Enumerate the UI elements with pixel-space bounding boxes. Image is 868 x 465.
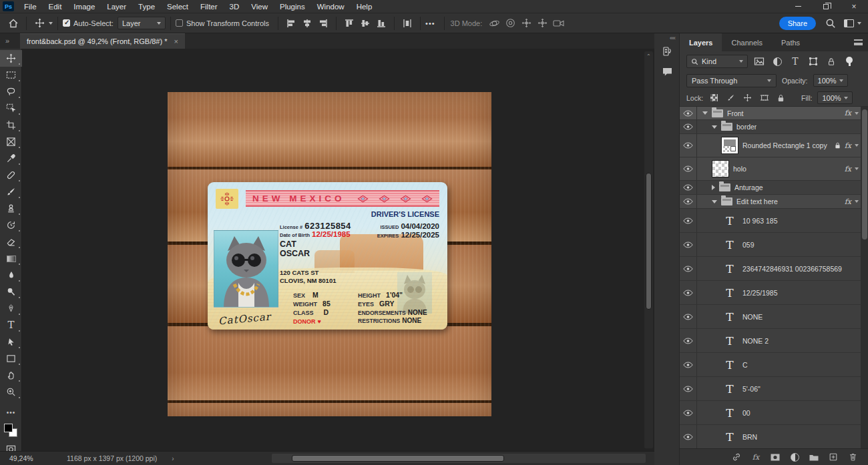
- scrollbar-up-icon[interactable]: ⌃: [646, 53, 651, 59]
- show-transform-checkbox[interactable]: [176, 19, 183, 27]
- type-layer-icon[interactable]: T: [721, 286, 738, 300]
- menu-view[interactable]: View: [245, 0, 274, 13]
- visibility-eye-icon[interactable]: [680, 157, 697, 180]
- vertical-scrollbar[interactable]: ⌃: [644, 51, 653, 448]
- vertical-scrollbar-thumb[interactable]: [646, 173, 652, 310]
- panel-menu-icon[interactable]: [854, 33, 868, 51]
- type-layer-icon[interactable]: T: [721, 382, 738, 396]
- move-options-chevron-icon[interactable]: [49, 22, 53, 25]
- crop-tool[interactable]: [0, 117, 22, 133]
- restore-button[interactable]: [812, 0, 840, 13]
- filter-toggle-icon[interactable]: [843, 55, 856, 68]
- edit-toolbar-icon[interactable]: •••: [0, 404, 22, 421]
- layer-row-front[interactable]: Front fx: [680, 107, 868, 120]
- document-tab[interactable]: front&back.psd @ 49,2% (Front, RGB/8#) *…: [20, 33, 185, 49]
- layer-row-border[interactable]: border: [680, 120, 868, 134]
- blend-mode-dropdown[interactable]: Pass Through: [686, 74, 777, 87]
- layer-row-text[interactable]: T 2364742846931 002366758569: [680, 257, 868, 281]
- tab-overflow-icon[interactable]: »: [0, 33, 20, 49]
- 3d-drag-icon[interactable]: [518, 17, 534, 30]
- expand-chevron-icon[interactable]: [712, 200, 717, 203]
- layer-row-anturage[interactable]: Anturage: [680, 181, 868, 195]
- more-options-icon[interactable]: •••: [425, 19, 435, 27]
- fx-expand-chevron-icon[interactable]: [855, 200, 859, 203]
- visibility-eye-icon[interactable]: [680, 134, 697, 157]
- history-brush-tool[interactable]: [0, 217, 22, 234]
- type-layer-icon[interactable]: T: [721, 334, 738, 348]
- type-layer-icon[interactable]: T: [721, 238, 738, 252]
- type-layer-icon[interactable]: T: [721, 358, 738, 372]
- pen-tool[interactable]: [0, 300, 22, 317]
- move-tool-icon[interactable]: [31, 16, 47, 31]
- comments-panel-icon[interactable]: [654, 61, 680, 81]
- type-layer-icon[interactable]: T: [721, 430, 738, 444]
- menu-image[interactable]: Image: [67, 0, 101, 13]
- layer-row-rounded-rectangle[interactable]: Rounded Rectangle 1 copy fx: [680, 134, 868, 157]
- document-viewport[interactable]: NEW MEXICO DRIVER'S LICENSE License # 62…: [22, 49, 654, 451]
- home-icon[interactable]: [5, 16, 21, 31]
- layer-row-text[interactable]: T 12/25/1985: [680, 281, 868, 305]
- menu-3d[interactable]: 3D: [224, 0, 246, 13]
- filter-kind-dropdown[interactable]: Kind: [686, 55, 748, 68]
- layer-thumbnail[interactable]: [712, 160, 729, 177]
- type-layer-icon[interactable]: T: [721, 214, 738, 227]
- 3d-camera-icon[interactable]: [550, 17, 566, 30]
- foreground-color-swatch[interactable]: [4, 424, 13, 432]
- layer-row-text[interactable]: T 10 963 185: [680, 209, 868, 233]
- menu-plugins[interactable]: Plugins: [274, 0, 311, 13]
- auto-select-checkbox[interactable]: [63, 19, 70, 27]
- healing-brush-tool[interactable]: [0, 167, 22, 183]
- visibility-eye-icon[interactable]: [680, 233, 697, 256]
- align-top-edges-icon[interactable]: [341, 16, 357, 31]
- share-button[interactable]: Share: [779, 17, 816, 30]
- filter-shape-layers-icon[interactable]: [807, 55, 820, 68]
- filter-smart-objects-icon[interactable]: [825, 55, 838, 68]
- frame-tool[interactable]: [0, 133, 22, 150]
- align-right-edges-icon[interactable]: [315, 16, 331, 31]
- visibility-eye-icon[interactable]: [680, 120, 697, 133]
- auto-select-target-dropdown[interactable]: Layer: [118, 17, 166, 29]
- layer-row-text[interactable]: T BRN: [680, 425, 868, 448]
- visibility-eye-icon[interactable]: [680, 305, 697, 328]
- new-group-icon[interactable]: [808, 451, 820, 463]
- clone-stamp-tool[interactable]: [0, 200, 22, 217]
- layer-row-text[interactable]: T NONE: [680, 305, 868, 329]
- visibility-eye-icon[interactable]: [680, 353, 697, 376]
- 3d-roll-icon[interactable]: [502, 17, 518, 30]
- layer-row-text[interactable]: T C: [680, 353, 868, 377]
- layer-thumbnail[interactable]: [721, 137, 738, 154]
- fx-expand-chevron-icon[interactable]: [855, 167, 859, 170]
- menu-file[interactable]: File: [18, 0, 43, 13]
- collapse-panels-icon[interactable]: ««: [654, 35, 679, 41]
- layer-row-text[interactable]: T 059: [680, 233, 868, 257]
- minimize-button[interactable]: [784, 0, 812, 13]
- lock-position-icon[interactable]: [742, 92, 753, 103]
- eraser-tool[interactable]: [0, 234, 22, 250]
- type-layer-icon[interactable]: T: [721, 406, 738, 420]
- visibility-eye-icon[interactable]: [680, 209, 697, 232]
- filter-type-layers-icon[interactable]: T: [789, 55, 802, 68]
- layer-fx-badge[interactable]: fx: [845, 141, 851, 150]
- layer-row-holo[interactable]: holo fx: [680, 157, 868, 181]
- layer-row-edit-text-here[interactable]: Edit text here fx: [680, 195, 868, 209]
- blur-tool[interactable]: [0, 267, 22, 284]
- visibility-eye-icon[interactable]: [680, 257, 697, 280]
- filter-adjustment-layers-icon[interactable]: [771, 55, 784, 68]
- rectangle-tool[interactable]: [0, 350, 22, 367]
- lock-pixels-icon[interactable]: [725, 92, 736, 103]
- status-options-chevron-icon[interactable]: ›: [172, 455, 174, 462]
- 3d-orbit-icon[interactable]: [486, 17, 502, 30]
- zoom-tool[interactable]: [0, 384, 22, 400]
- lock-artboard-icon[interactable]: [758, 92, 770, 103]
- layers-scrollbar[interactable]: [861, 107, 868, 448]
- layer-row-text[interactable]: T 00: [680, 401, 868, 425]
- lasso-tool[interactable]: [0, 83, 22, 100]
- fill-field[interactable]: 100%: [817, 91, 852, 104]
- visibility-eye-icon[interactable]: [680, 195, 697, 208]
- visibility-eye-icon[interactable]: [680, 377, 697, 400]
- zoom-level-field[interactable]: 49,24%: [0, 454, 40, 462]
- layers-scrollbar-thumb[interactable]: [862, 109, 867, 240]
- visibility-eye-icon[interactable]: [680, 181, 697, 194]
- visibility-eye-icon[interactable]: [680, 425, 697, 448]
- horizontal-scrollbar[interactable]: [272, 454, 646, 463]
